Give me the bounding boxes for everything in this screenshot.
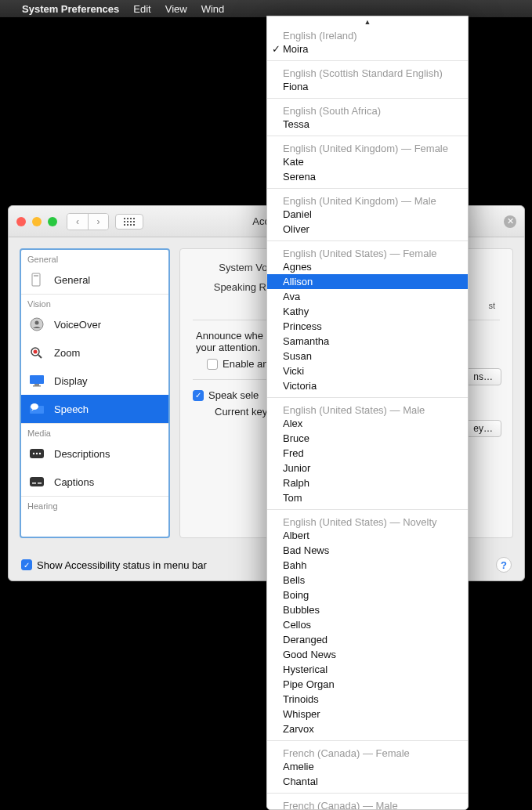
voice-group-header: French (Canada) — Female	[267, 745, 468, 759]
voice-option[interactable]: Bad News	[267, 543, 468, 558]
voice-option[interactable]: Bruce	[267, 431, 468, 446]
voice-option-label: Bad News	[283, 544, 329, 556]
sidebar-item-captions[interactable]: Captions	[21, 468, 168, 496]
help-button[interactable]: ?	[496, 557, 512, 573]
voice-option-label: Chantal	[283, 776, 318, 787]
svg-point-23	[31, 403, 38, 410]
voice-option-label: Deranged	[283, 634, 328, 645]
voice-group-header: English (United Kingdom) — Male	[267, 193, 468, 207]
voice-option[interactable]: Cellos	[267, 617, 468, 632]
zoom-icon	[27, 345, 46, 360]
sidebar-item-descriptions[interactable]: Descriptions	[21, 439, 168, 468]
voice-group-header: English (United Kingdom) — Female	[267, 140, 468, 154]
voice-option[interactable]: Princess	[267, 319, 468, 334]
svg-rect-9	[127, 224, 128, 226]
sidebar-group-label: Vision	[21, 295, 168, 310]
voice-option[interactable]: Chantal	[267, 774, 468, 789]
voice-option-label: Junior	[283, 462, 310, 474]
voice-option[interactable]: Allison	[267, 274, 468, 289]
voice-option[interactable]: Oliver	[267, 222, 468, 237]
sidebar-group-label: Media	[21, 424, 168, 439]
voice-option[interactable]: Bells	[267, 573, 468, 588]
voice-option[interactable]: Ralph	[267, 476, 468, 490]
voice-option[interactable]: Serena	[267, 169, 468, 184]
search-clear-button[interactable]: ✕	[504, 215, 516, 228]
voice-option[interactable]: ✓Moira	[267, 42, 468, 56]
voice-option-label: Bruce	[283, 432, 309, 444]
sidebar-item-zoom[interactable]: Zoom	[21, 338, 168, 367]
voice-option-label: Tom	[283, 492, 302, 504]
voice-option[interactable]: Ava	[267, 289, 468, 304]
sidebar-item-speech[interactable]: Speech	[21, 395, 168, 423]
voice-option[interactable]: Good News	[267, 647, 468, 662]
voice-option-label: Princess	[283, 320, 322, 332]
menubar-item-window[interactable]: Wind	[201, 3, 225, 15]
sidebar-item-voiceover[interactable]: VoiceOver	[21, 310, 168, 338]
voice-option[interactable]: Kate	[267, 154, 468, 169]
sidebar-group-label: General	[21, 250, 168, 266]
options-button[interactable]: ns…	[465, 368, 501, 385]
scroll-up-arrow[interactable]: ▲	[267, 16, 468, 27]
voice-option[interactable]: Victoria	[267, 378, 468, 393]
svg-rect-20	[34, 384, 39, 385]
voice-option-label: Victoria	[283, 380, 317, 392]
voice-option[interactable]: Vicki	[267, 363, 468, 378]
voice-option[interactable]: Boing	[267, 588, 468, 602]
zoom-window-button[interactable]	[48, 217, 57, 226]
show-all-button[interactable]	[115, 214, 143, 230]
voice-option[interactable]: Tessa	[267, 117, 468, 132]
sidebar-item-display[interactable]: Display	[21, 367, 168, 395]
sidebar-group-label: Hearing	[21, 497, 168, 512]
voice-option-label: Bubbles	[283, 604, 320, 616]
voice-dropdown-menu: ▲ English (Ireland)✓MoiraEnglish (Scotti…	[266, 16, 469, 810]
change-key-button[interactable]: ey…	[465, 420, 501, 437]
voice-option[interactable]: Junior	[267, 461, 468, 476]
voice-option[interactable]: Trinoids	[267, 692, 468, 707]
svg-point-26	[36, 453, 38, 454]
voice-option[interactable]: Albert	[267, 528, 468, 543]
voice-option-label: Samantha	[283, 335, 329, 347]
voice-option-label: Vicki	[283, 365, 304, 377]
menu-separator	[267, 740, 468, 741]
voice-option-label: Oliver	[283, 223, 309, 235]
voice-option[interactable]: Susan	[267, 349, 468, 363]
voice-option[interactable]: Agnes	[267, 259, 468, 274]
voice-group-header: English (Ireland)	[267, 27, 468, 42]
svg-rect-7	[133, 221, 135, 222]
checkbox-icon	[207, 359, 218, 370]
voice-option[interactable]: Amelie	[267, 759, 468, 774]
voice-option[interactable]: Bahh	[267, 558, 468, 573]
voice-option-label: Hysterical	[283, 664, 328, 675]
svg-rect-0	[124, 218, 125, 219]
grid-icon	[124, 218, 135, 226]
minimize-window-button[interactable]	[32, 217, 42, 226]
menubar: System Preferences Edit View Wind	[0, 0, 532, 17]
voice-option[interactable]: Pipe Organ	[267, 677, 468, 692]
svg-rect-29	[32, 483, 36, 484]
voice-option[interactable]: Tom	[267, 490, 468, 505]
voice-option[interactable]: Alex	[267, 416, 468, 431]
voice-option[interactable]: Fiona	[267, 79, 468, 94]
voice-option[interactable]: Zarvox	[267, 721, 468, 736]
voice-option[interactable]: Daniel	[267, 207, 468, 222]
voice-option[interactable]: Kathy	[267, 304, 468, 319]
display-icon	[27, 373, 46, 389]
close-window-button[interactable]	[16, 217, 26, 226]
voice-option[interactable]: Samantha	[267, 334, 468, 349]
checkbox-icon[interactable]: ✓	[21, 559, 32, 570]
forward-button[interactable]: ›	[88, 214, 108, 230]
voice-option[interactable]: Hysterical	[267, 662, 468, 677]
descriptions-icon	[27, 446, 46, 461]
menubar-app-name[interactable]: System Preferences	[22, 3, 119, 15]
back-button[interactable]: ‹	[67, 214, 88, 230]
voice-option[interactable]: Fred	[267, 446, 468, 461]
menubar-item-edit[interactable]: Edit	[133, 3, 150, 15]
voice-option[interactable]: Whisper	[267, 707, 468, 721]
menubar-item-view[interactable]: View	[165, 3, 187, 15]
voice-option[interactable]: Deranged	[267, 632, 468, 647]
general-icon	[27, 272, 46, 287]
voice-option[interactable]: Bubbles	[267, 602, 468, 617]
svg-rect-1	[127, 218, 128, 219]
svg-rect-30	[38, 483, 42, 484]
sidebar-item-general[interactable]: General	[21, 266, 168, 294]
